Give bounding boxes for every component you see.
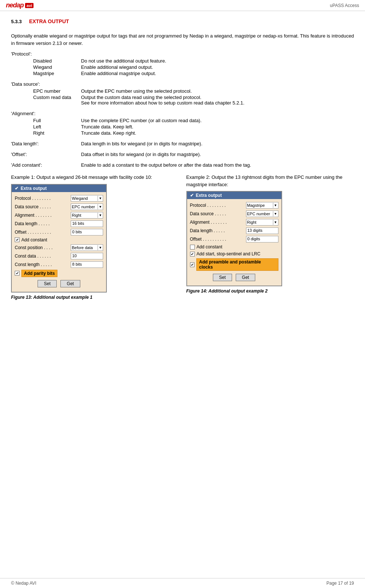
dialog2-offset-label: Offset . . . . . . . . . . (190, 237, 246, 242)
example2-dialog: ✔ Extra output Protocol . . . . . . . . … (186, 191, 282, 286)
dialog2-addpreamble-label: Add preamble and postamble clocks (196, 258, 278, 271)
dialog2-datalength-value: 13 digits (246, 227, 278, 234)
dialog2-protocol-select[interactable]: Magstripe ▼ (246, 202, 278, 209)
datasource-custom-desc: Output the custom data read using the se… (81, 95, 354, 106)
dialog1-title: Extra output (21, 186, 47, 191)
datasource-block: 'Data source': EPC number Output the EPC… (11, 81, 354, 106)
dialog2-get-button[interactable]: Get (236, 274, 255, 281)
datalength-desc: Data length in bits for wiegand (or in d… (81, 141, 354, 146)
dialog1-addconstant-label: Add constant (21, 237, 47, 242)
addconstant-label: 'Add constant': (11, 162, 81, 168)
datasource-table: EPC number Output the EPC number using t… (33, 88, 354, 106)
alignment-left-term: Left (33, 124, 81, 130)
alignment-right-desc: Truncate data. Keep right. (81, 130, 354, 136)
dialog1-datasource-select[interactable]: EPC number ▼ (71, 203, 103, 210)
dialog2-buttons: Set Get (190, 274, 278, 283)
example1-col: Example 1: Output a wiegand 26-bit messa… (11, 174, 179, 300)
example2-titlebar: ✔ Extra output (187, 192, 281, 199)
dialog2-addpreamble-row: ✔ Add preamble and postamble clocks (190, 258, 278, 271)
dropdown-arrow: ▼ (98, 245, 102, 250)
dialog1-offset-label: Offset . . . . . . . . . . (15, 230, 71, 235)
dialog2-alignment-row: Alignment . . . . . . . Right ▼ (190, 219, 278, 226)
footer-copyright: © Nedap AVI (11, 581, 36, 586)
dialog1-constposition-select[interactable]: Before data ▼ (71, 244, 103, 251)
dialog1-constdata-value: 10 (71, 253, 103, 259)
dialog1-addconstant-checkbox[interactable]: ✔ (15, 237, 20, 242)
protocol-label: 'Protocol': (11, 51, 354, 57)
alignment-table: Full Use the complete EPC number (or all… (33, 118, 354, 136)
protocol-disabled-desc: Do not use the additional output feature… (81, 58, 354, 64)
section-heading: EXTRA OUTPUT (29, 18, 69, 24)
example1-titlebar: ✔ Extra output (12, 185, 106, 192)
dialog1-buttons: Set Get (15, 280, 103, 289)
dropdown-arrow: ▼ (273, 220, 277, 225)
alignment-left-desc: Truncate data. Keep left. (81, 124, 354, 130)
dialog2-protocol-value: Magstripe (247, 203, 265, 208)
dialog1-protocol-label: Protocol . . . . . . . . (15, 196, 71, 201)
dialog1-constlength-value: 8 bits (71, 261, 103, 268)
dialog2-alignment-select[interactable]: Right ▼ (246, 219, 278, 226)
example1-text: Example 1: Output a wiegand 26-bit messa… (11, 174, 179, 181)
protocol-magstripe-term: Magstripe (33, 71, 81, 76)
dialog2-addconstant-label: Add constant (197, 244, 222, 249)
dialog1-addparity-checkbox[interactable]: ✔ (15, 271, 20, 276)
dialog2-alignment-label: Alignment . . . . . . . (190, 220, 246, 225)
dialog2-addstart-label: Add start, stop-sentinel and LRC (197, 251, 260, 256)
dialog1-get-button[interactable]: Get (60, 280, 80, 287)
dialog1-constposition-label: Const position . . . . (15, 245, 71, 250)
datalength-label: 'Data length': (11, 141, 81, 146)
addconstant-row: 'Add constant': Enable to add a constant… (11, 162, 354, 168)
examples-area: Example 1: Output a wiegand 26-bit messa… (11, 174, 354, 300)
logo-avi: avi (25, 3, 34, 8)
datasource-epc-term: EPC number (33, 88, 81, 94)
datasource-epc-desc: Output the EPC number using the selected… (81, 88, 354, 94)
dialog1-protocol-select[interactable]: Wiegand ▼ (71, 195, 103, 202)
alignment-full-desc: Use the complete EPC number (or all cust… (81, 118, 354, 123)
figure13-caption: Figure 13: Additional output example 1 (11, 295, 179, 300)
dialog1-alignment-value: Right (72, 213, 81, 217)
dialog2-offset-row: Offset . . . . . . . . . . 0 digits (190, 236, 278, 242)
dialog1-datasource-label: Data source . . . . . (15, 204, 71, 209)
dialog2-offset-value: 0 digits (246, 236, 278, 242)
example2-col: Example 2: Output the 13 rightmost digit… (186, 174, 354, 300)
logo-area: nedap avi (6, 1, 34, 9)
offset-label: 'Offset': (11, 152, 81, 157)
header-title: uPASS Access (330, 3, 359, 8)
dialog1-constposition-row: Const position . . . . Before data ▼ (15, 244, 103, 251)
dialog1-icon: ✔ (15, 186, 18, 191)
offset-row: 'Offset': Data offset in bits for wiegan… (11, 152, 354, 157)
dialog2-addconstant-checkbox[interactable] (190, 245, 195, 249)
page-header: nedap avi uPASS Access (0, 0, 365, 11)
dialog2-protocol-label: Protocol . . . . . . . . (190, 203, 246, 208)
alignment-right: Right Truncate data. Keep right. (33, 130, 354, 136)
main-content: 5.3.3 EXTRA OUTPUT Optionally enable wie… (0, 11, 365, 322)
protocol-wiegand: Wiegand Enable additional wiegand output… (33, 64, 354, 70)
dialog1-alignment-select[interactable]: Right ▼ (71, 212, 103, 219)
protocol-magstripe: Magstripe Enable additional magstripe ou… (33, 71, 354, 76)
dialog2-datalength-row: Data length . . . . . 13 digits (190, 227, 278, 234)
dialog1-datasource-row: Data source . . . . . EPC number ▼ (15, 203, 103, 210)
dialog1-addconstant-row: ✔ Add constant (15, 237, 103, 242)
footer-page: Page 17 of 19 (326, 581, 354, 586)
dialog1-constdata-row: Const data . . . . . . 10 (15, 253, 103, 259)
dialog1-set-button[interactable]: Set (38, 280, 57, 287)
dialog2-datasource-select[interactable]: EPC number ▼ (246, 210, 278, 217)
addconstant-block: 'Add constant': Enable to add a constant… (11, 162, 354, 168)
dialog1-datalength-value: 16 bits (71, 220, 103, 227)
dialog2-addstart-checkbox[interactable]: ✔ (190, 252, 195, 256)
dialog2-set-button[interactable]: Set (213, 274, 232, 281)
protocol-block: 'Protocol': Disabled Do not use the addi… (11, 51, 354, 76)
dialog2-datasource-row: Data source . . . . . EPC number ▼ (190, 210, 278, 217)
example2-text: Example 2: Output the 13 rightmost digit… (186, 174, 354, 188)
protocol-disabled: Disabled Do not use the additional outpu… (33, 58, 354, 64)
dialog1-datasource-value: EPC number (72, 205, 95, 209)
addconstant-desc: Enable to add a constant to the output b… (81, 162, 354, 168)
dialog2-addpreamble-checkbox[interactable]: ✔ (190, 262, 195, 267)
datasource-epc: EPC number Output the EPC number using t… (33, 88, 354, 94)
protocol-wiegand-desc: Enable additional wiegand output. (81, 64, 354, 70)
dialog1-addparity-row: ✔ Add parity bits (15, 270, 103, 277)
alignment-right-term: Right (33, 130, 81, 136)
dialog2-protocol-row: Protocol . . . . . . . . Magstripe ▼ (190, 202, 278, 209)
dropdown-arrow: ▼ (98, 196, 102, 201)
dialog2-addconstant-row: Add constant (190, 244, 278, 249)
